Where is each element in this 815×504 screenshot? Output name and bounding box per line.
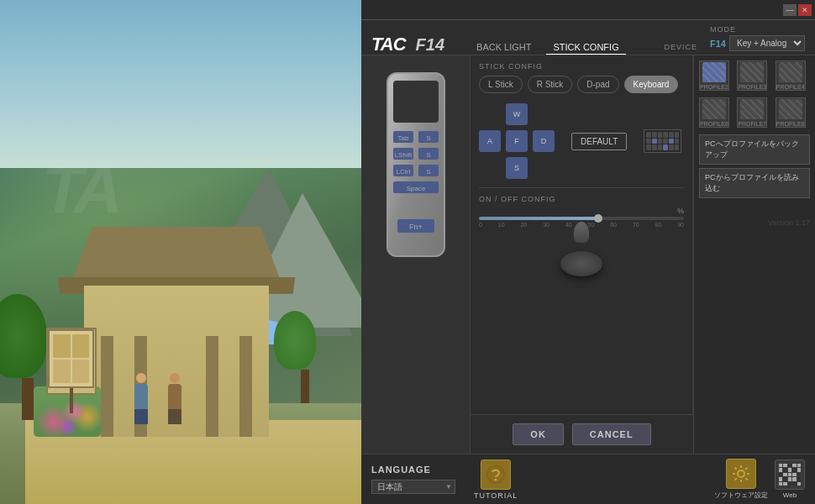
keyboard-display <box>644 129 681 153</box>
game-watermark: TA <box>42 151 118 228</box>
svg-point-20 <box>495 478 497 480</box>
sign-board <box>46 328 97 395</box>
controller-image-column: Tab S LShift S LCtrl S Space Fn+ <box>361 55 471 454</box>
profile7-item[interactable]: PROFILE7 <box>737 97 767 128</box>
tutorial-icon <box>481 459 511 490</box>
device-label: DEVICE <box>665 43 698 51</box>
settings-label: ソフトウェア設定 <box>714 491 768 500</box>
svg-text:Space: Space <box>407 185 426 192</box>
panel-header: TAC F14 BACK LIGHT STICK CONFIG DEVICE M… <box>361 20 815 55</box>
slider-track <box>479 217 684 220</box>
profile3-icon <box>740 62 764 82</box>
settings-button[interactable]: ソフトウェア設定 <box>714 459 768 500</box>
language-select[interactable]: 日本語 English <box>371 480 455 494</box>
svg-text:Tab: Tab <box>398 134 409 142</box>
profile3-label: PROFILE3 <box>738 84 766 90</box>
d-pad-tab[interactable]: D-pad <box>577 76 618 93</box>
l-stick-tab[interactable]: L Stick <box>479 76 523 93</box>
profile6-icon <box>702 99 726 119</box>
version-label: Version 1.17 <box>699 202 810 227</box>
building-post <box>206 336 218 437</box>
percent-label: % <box>479 207 684 215</box>
dpad-up-key[interactable]: W <box>506 103 528 125</box>
building-post <box>239 336 252 437</box>
tutorial-button[interactable]: TUTORIAL <box>474 459 518 500</box>
sky <box>0 0 361 168</box>
language-section: LANGUAGE 日本語 English ▼ <box>371 465 455 494</box>
profile4-item[interactable]: PROFILE4 <box>776 60 806 91</box>
center-column: STICK CONFIG L Stick R Stick D-pad Keybo… <box>471 55 693 454</box>
close-button[interactable]: ✕ <box>798 4 812 16</box>
web-label: Web <box>783 491 797 499</box>
profile2-icon <box>702 62 726 82</box>
slider-fill <box>479 217 602 220</box>
slider-thumb[interactable] <box>594 214 602 223</box>
back-light-tab[interactable]: BACK LIGHT <box>470 40 538 55</box>
profiles-column: PROFILE2 PROFILE3 PROFILE4 PROF <box>693 55 815 454</box>
dpad-left-key[interactable]: A <box>479 130 501 152</box>
dpad-right-key[interactable]: D <box>533 130 555 152</box>
stick-config-tab[interactable]: STICK CONFIG <box>546 40 625 55</box>
pc-load-button[interactable]: PCからプロファイルを読み込む <box>699 168 810 198</box>
game-screenshot: TA <box>0 0 361 504</box>
tac-panel: — ✕ TAC F14 BACK LIGHT STICK CONFIG DEVI… <box>361 0 815 504</box>
r-stick-tab[interactable]: R Stick <box>528 76 573 93</box>
right-bottom-buttons: ソフトウェア設定 Web <box>714 459 805 500</box>
tutorial-label: TUTORIAL <box>474 491 518 500</box>
profiles-grid-row1: PROFILE2 PROFILE3 PROFILE4 <box>699 60 810 91</box>
svg-rect-2 <box>393 81 439 123</box>
joystick <box>556 234 607 276</box>
joystick-container <box>479 234 684 276</box>
svg-text:S: S <box>426 168 430 176</box>
f14-label: F14 <box>416 35 444 55</box>
dpad-container: W A F D S <box>479 103 555 179</box>
profile4-icon <box>779 62 802 82</box>
language-select-wrapper: 日本語 English ▼ <box>371 478 455 494</box>
stick-config-label: STICK CONFIG <box>479 62 684 71</box>
cancel-button[interactable]: CANCEL <box>572 423 651 445</box>
joystick-stick <box>574 222 589 243</box>
person2 <box>168 384 181 424</box>
mode-select[interactable]: Key + Analog Analog Only <box>729 35 805 51</box>
controller-svg-area: Tab S LShift S LCtrl S Space Fn+ <box>361 55 470 294</box>
controller-illustration: Tab S LShift S LCtrl S Space Fn+ <box>370 64 462 282</box>
stick-area: STICK CONFIG L Stick R Stick D-pad Keybo… <box>471 55 693 414</box>
title-bar: — ✕ <box>361 0 815 20</box>
gear-icon <box>732 465 750 483</box>
svg-text:LCtrl: LCtrl <box>397 168 411 176</box>
svg-point-21 <box>738 470 744 477</box>
tutorial-svg-icon <box>486 465 505 484</box>
profiles-grid-row2: PROFILE6 PROFILE7 PROFILE8 <box>699 97 810 128</box>
default-button[interactable]: DEFAULT <box>571 133 627 150</box>
svg-text:S: S <box>426 134 430 142</box>
keyboard-tab[interactable]: Keyboard <box>624 76 679 93</box>
profile2-item[interactable]: PROFILE2 <box>699 60 729 91</box>
action-buttons-row: OK CANCEL <box>471 414 693 454</box>
panel-body: Tab S LShift S LCtrl S Space Fn+ <box>361 55 815 454</box>
onoff-label: ON / OFF CONFIG <box>479 195 684 203</box>
profile8-label: PROFILE8 <box>776 121 805 127</box>
web-button[interactable]: Web <box>775 459 805 499</box>
svg-text:Fn+: Fn+ <box>409 223 423 231</box>
mode-section: MODE F14 Key + Analog Analog Only <box>710 25 805 51</box>
mode-label: MODE <box>710 25 805 34</box>
profile6-label: PROFILE6 <box>700 121 728 127</box>
profile6-item[interactable]: PROFILE6 <box>699 97 729 128</box>
language-label: LANGUAGE <box>371 465 455 475</box>
profile8-item[interactable]: PROFILE8 <box>776 97 806 128</box>
dpad-center-key[interactable]: F <box>506 130 528 152</box>
person1 <box>134 384 148 424</box>
dpad-down-key[interactable]: S <box>506 157 528 179</box>
svg-text:LShift: LShift <box>395 151 413 159</box>
settings-icon <box>726 459 756 489</box>
svg-text:S: S <box>426 151 430 159</box>
dpad-section: W A F D S DEFAULT <box>479 103 684 179</box>
profile3-item[interactable]: PROFILE3 <box>737 60 767 91</box>
profile8-icon <box>779 99 802 119</box>
tree <box>294 311 316 403</box>
minimize-button[interactable]: — <box>783 4 797 16</box>
ok-button[interactable]: OK <box>513 423 564 445</box>
web-icon <box>775 459 805 490</box>
device-section: DEVICE <box>665 43 698 51</box>
pc-backup-button[interactable]: PCへプロファイルをバックアップ <box>699 134 810 165</box>
